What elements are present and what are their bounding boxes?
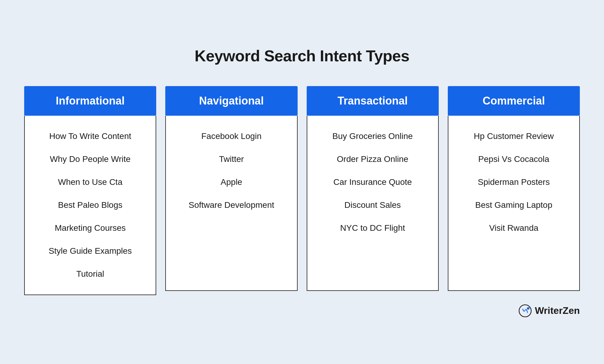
list-item: Order Pizza Online (313, 148, 432, 171)
list-item: Car Insurance Quote (313, 171, 432, 194)
list-item: Best Paleo Blogs (31, 194, 150, 217)
list-item: Twitter (172, 148, 291, 171)
list-item: Tutorial (31, 263, 150, 285)
list-item: Facebook Login (172, 125, 291, 148)
column-informational: InformationalHow To Write ContentWhy Do … (24, 86, 156, 295)
list-item: Marketing Courses (31, 217, 150, 240)
column-body-commercial: Hp Customer ReviewPepsi Vs CocacolaSpide… (448, 116, 580, 291)
list-item: Software Development (172, 194, 291, 217)
column-body-navigational: Facebook LoginTwitterAppleSoftware Devel… (165, 116, 297, 291)
list-item: Style Guide Examples (31, 240, 150, 263)
logo-text: WriterZen (535, 305, 580, 316)
list-item: Pepsi Vs Cocacola (454, 148, 573, 171)
column-body-informational: How To Write ContentWhy Do People WriteW… (24, 116, 156, 295)
column-header-navigational: Navigational (165, 86, 297, 116)
column-transactional: TransactionalBuy Groceries OnlineOrder P… (307, 86, 439, 291)
writerzen-logo-icon (518, 304, 532, 317)
column-navigational: NavigationalFacebook LoginTwitterAppleSo… (165, 86, 297, 291)
list-item: Visit Rwanda (454, 217, 573, 240)
column-header-commercial: Commercial (448, 86, 580, 116)
list-item: Why Do People Write (31, 148, 150, 171)
list-item: Discount Sales (313, 194, 432, 217)
list-item: Apple (172, 171, 291, 194)
list-item: NYC to DC Flight (313, 217, 432, 240)
page-title: Keyword Search Intent Types (195, 47, 409, 65)
column-header-informational: Informational (24, 86, 156, 116)
footer: WriterZen (24, 304, 580, 317)
list-item: Buy Groceries Online (313, 125, 432, 148)
column-body-transactional: Buy Groceries OnlineOrder Pizza OnlineCa… (307, 116, 439, 291)
column-commercial: CommercialHp Customer ReviewPepsi Vs Coc… (448, 86, 580, 291)
logo-container: WriterZen (518, 304, 580, 317)
list-item: When to Use Cta (31, 171, 150, 194)
list-item: How To Write Content (31, 125, 150, 148)
list-item: Hp Customer Review (454, 125, 573, 148)
column-header-transactional: Transactional (307, 86, 439, 116)
list-item: Best Gaming Laptop (454, 194, 573, 217)
list-item: Spiderman Posters (454, 171, 573, 194)
columns-container: InformationalHow To Write ContentWhy Do … (24, 86, 580, 295)
